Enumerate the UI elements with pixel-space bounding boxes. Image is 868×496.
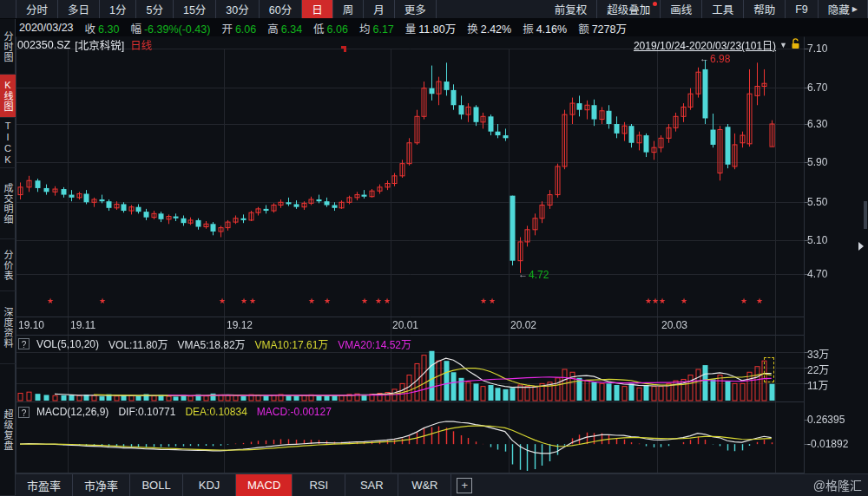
quote-field-1: 收6.30 [85, 20, 120, 36]
price-tick-label: 4.70 [807, 268, 827, 280]
event-star-icon: ★ [480, 297, 487, 305]
chevron-down-icon[interactable]: ▼ [779, 41, 787, 49]
indicator-value-3: MACD:-0.00127 [257, 406, 332, 418]
period-toolbar: 分时多日1分5分15分30分60分日周月更多 前复权超级叠加画线工具帮助F9隐藏… [0, 0, 868, 19]
indicator-value-2: VMA5:18.82万 [178, 336, 246, 351]
quote-field-value: 6.06 [327, 23, 348, 36]
quote-field-label: 量 [405, 23, 417, 36]
indicator-tab-SAR[interactable]: SAR [345, 474, 398, 496]
period-tab-月[interactable]: 月 [364, 0, 395, 18]
date-range-link[interactable]: 2019/10/24-2020/03/23(101日) [634, 37, 776, 52]
sidebar-item-超级复盘[interactable]: 超级复盘 [0, 364, 16, 496]
indicator-value-0: VOL(5,10,20) [36, 338, 99, 350]
quote-field-10: 额7278万 [578, 20, 627, 36]
sidebar-item-分时图[interactable]: 分时图 [0, 19, 16, 75]
indicator-tab-MACD[interactable]: MACD [236, 474, 293, 496]
macd-legend: ?MACD(12,26,9)DIF:0.10771DEA:0.10834MACD… [18, 406, 332, 418]
quote-field-value: 6.30 [98, 23, 119, 36]
quote-field-value: -6.39%(-0.43) [144, 23, 210, 36]
event-star-icon: ★ [375, 297, 382, 305]
stock-code: 002350.SZ [17, 39, 70, 51]
period-tab-1分[interactable]: 1分 [100, 0, 136, 18]
indicator-value-2: DEA:0.10834 [185, 406, 247, 418]
sidebar-item-成交明细[interactable]: 成交明细 [0, 168, 16, 239]
quote-info-row: 2020/03/23收6.30幅-6.39%(-0.43)开6.06高6.34低… [16, 19, 868, 36]
indicator-tab-BOLL[interactable]: BOLL [130, 474, 183, 496]
help-icon[interactable]: ? [18, 407, 30, 418]
period-tab-更多[interactable]: 更多 [395, 0, 437, 18]
quote-field-label: 收 [85, 23, 96, 36]
indicator-tab-市盈率[interactable]: 市盈率 [16, 474, 73, 496]
quote-field-value: 6.06 [235, 23, 256, 36]
time-tick-label: 19.11 [70, 319, 95, 331]
price-tick-label: 6.30 [807, 118, 827, 130]
right-scrollbar-thumb[interactable] [864, 201, 867, 229]
quote-field-label: 幅 [130, 23, 141, 36]
event-star-icon: ★ [324, 297, 331, 305]
menu-item-隐藏[interactable]: 隐藏▶ [819, 0, 868, 18]
period-tab-多日[interactable]: 多日 [58, 0, 100, 18]
indicator-tab-RSI[interactable]: RSI [293, 474, 345, 496]
time-tick-label: 19.10 [18, 319, 44, 331]
sidebar-item-K线图[interactable]: K线图 [0, 75, 16, 118]
indicator-tab-市净率[interactable]: 市净率 [73, 474, 130, 496]
time-tick-label: 20.02 [510, 319, 536, 331]
quote-field-value: 6.17 [372, 23, 393, 36]
indicator-value-0: MACD(12,26,9) [36, 406, 108, 418]
volume-tick-label: 22万 [807, 362, 829, 376]
quote-field-label: 均 [359, 23, 371, 36]
menu-item-画线[interactable]: 画线 [661, 0, 702, 18]
event-star-icon: ★ [659, 297, 666, 305]
volume-legend: ?VOL(5,10,20)VOL:11.80万VMA5:18.82万VMA10:… [18, 336, 411, 351]
volume-tick-label: 33万 [807, 346, 829, 361]
menu-item-F9[interactable]: F9 [786, 0, 819, 18]
help-icon[interactable]: ? [18, 338, 30, 349]
quote-field-4: 高6.34 [267, 20, 302, 36]
event-star-icon: ★ [308, 297, 315, 305]
notification-dot [653, 2, 657, 6]
unlock-icon[interactable] [791, 38, 800, 52]
panel-expand-arrow-icon[interactable] [858, 242, 864, 251]
add-indicator-button[interactable]: + [457, 478, 472, 493]
period-tab-日[interactable]: 日 [302, 0, 333, 18]
indicator-tab-W&R[interactable]: W&R [398, 474, 451, 496]
indicator-value-4: VMA20:14.52万 [338, 336, 411, 351]
view-sidebar: 分时图K线图TICK成交明细分价表深度资料超级复盘 [0, 19, 16, 496]
low-price-annotation: ← 4.72 [518, 269, 549, 281]
volume-tick-label: 11万 [807, 377, 828, 392]
menu-item-超级叠加[interactable]: 超级叠加 [597, 0, 661, 18]
macd-tick-label: 0.26395 [807, 414, 845, 426]
period-tab-周[interactable]: 周 [333, 0, 365, 18]
event-star-icon: ★ [219, 297, 226, 305]
tool-menu: 前复权超级叠加画线工具帮助F9隐藏▶ [545, 0, 868, 18]
toolbar-corner [0, 0, 16, 18]
event-star-icon: ★ [645, 297, 652, 305]
indicator-tab-KDJ[interactable]: KDJ [183, 474, 236, 496]
menu-item-工具[interactable]: 工具 [702, 0, 744, 18]
indicator-value-1: VOL:11.80万 [108, 336, 168, 351]
period-tab-5分[interactable]: 5分 [136, 0, 173, 18]
price-tick-label: 7.10 [807, 42, 827, 55]
price-tick-label: 5.90 [807, 156, 827, 168]
indicator-value-1: DIF:0.10771 [118, 406, 175, 418]
stock-app-window: 分时多日1分5分15分30分60分日周月更多 前复权超级叠加画线工具帮助F9隐藏… [0, 0, 868, 496]
period-tab-15分[interactable]: 15分 [174, 0, 216, 18]
current-bar-highlight [764, 357, 774, 382]
period-tab-30分[interactable]: 30分 [216, 0, 259, 18]
expand-arrow-icon: ▶ [852, 5, 858, 13]
quote-field-8: 换2.42% [467, 20, 511, 36]
indicator-tabbar: 市盈率市净率BOLLKDJMACDRSISARW&R+ [16, 473, 868, 496]
event-star-icon: ★ [756, 297, 763, 305]
sidebar-item-分价表[interactable]: 分价表 [0, 239, 16, 291]
sidebar-item-深度资料[interactable]: 深度资料 [0, 291, 16, 364]
time-tick-label: 20.03 [661, 319, 687, 331]
chart-header: 002350.SZ [北京科锐] 日线 2019/10/24-2020/03/2… [17, 38, 800, 51]
menu-item-帮助[interactable]: 帮助 [744, 0, 786, 18]
sidebar-item-TICK[interactable]: TICK [0, 118, 16, 168]
menu-item-前复权[interactable]: 前复权 [545, 0, 598, 18]
quote-field-0: 2020/03/23 [19, 22, 74, 34]
arrow-left-icon: ← [518, 269, 528, 281]
event-star-icon: ★ [740, 297, 747, 305]
period-tab-60分[interactable]: 60分 [260, 0, 302, 18]
period-tab-分时[interactable]: 分时 [16, 0, 58, 18]
